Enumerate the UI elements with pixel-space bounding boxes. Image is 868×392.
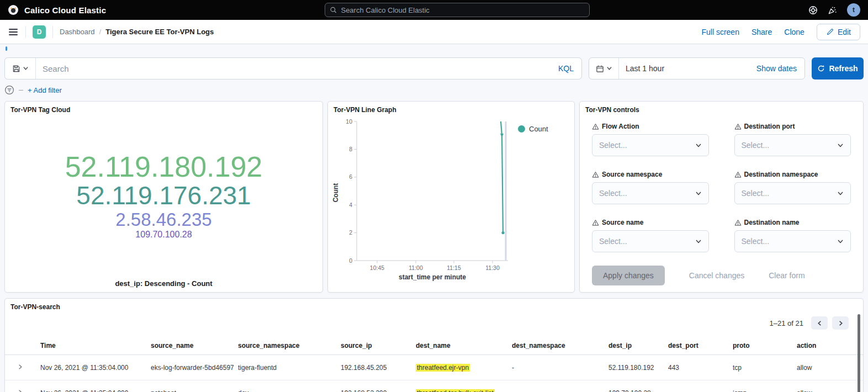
legend-label: Count: [529, 125, 548, 133]
panel-title: Tor-VPN Tag Cloud: [5, 102, 322, 116]
edit-label: Edit: [838, 28, 851, 36]
cell-time: Nov 26, 2021 @ 11:35:04.000: [36, 364, 146, 372]
column-header: dest_name: [411, 342, 507, 349]
tag-cloud: 52.119.180.192 52.119.176.231 2.58.46.23…: [5, 120, 322, 270]
tag-cloud-term[interactable]: 52.119.180.192: [65, 151, 263, 182]
legend-item-count[interactable]: Count: [518, 117, 563, 282]
refresh-icon: [817, 65, 825, 72]
breadcrumb-dashboard[interactable]: Dashboard: [60, 28, 95, 36]
control-select[interactable]: Select...: [592, 134, 709, 156]
clone-link[interactable]: Clone: [784, 28, 805, 36]
add-filter-link[interactable]: + Add filter: [28, 86, 62, 94]
control-field: Destination port Select...: [734, 123, 851, 156]
pagination-status: 1–21 of 21: [770, 319, 803, 327]
kql-toggle[interactable]: KQL: [551, 64, 581, 73]
control-field-label: Destination name: [734, 219, 851, 226]
newsfeed-icon[interactable]: [828, 6, 837, 15]
calico-logo: [8, 4, 19, 15]
filter-divider: [19, 90, 23, 91]
svg-text:0: 0: [349, 257, 352, 264]
tag-cloud-term[interactable]: 2.58.46.235: [115, 210, 211, 230]
chevron-down-icon: [837, 142, 844, 149]
calendar-icon: [596, 65, 604, 73]
filter-circle-icon[interactable]: [4, 85, 14, 95]
cell-action: allow: [792, 364, 863, 372]
cancel-changes-button[interactable]: Cancel changes: [689, 271, 744, 280]
cell-proto: tcp: [728, 364, 792, 372]
row-expander[interactable]: [5, 389, 36, 392]
row-expander[interactable]: [5, 364, 36, 372]
prev-page-button[interactable]: [811, 316, 828, 330]
edit-button[interactable]: Edit: [817, 24, 860, 40]
control-field-label: Destination namespace: [734, 171, 851, 178]
menu-icon[interactable]: [8, 27, 19, 38]
chevron-right-icon: [17, 364, 23, 370]
avatar[interactable]: t: [847, 3, 860, 17]
apply-changes-button[interactable]: Apply changes: [592, 266, 665, 285]
app-title: Calico Cloud Elastic: [24, 6, 106, 15]
query-input-wrap: KQL: [4, 57, 582, 80]
cell-dest-name: threatfeed.tor-bulk-exit-list: [411, 389, 507, 392]
control-select[interactable]: Select...: [734, 182, 851, 204]
control-field-label: Source namespace: [592, 171, 709, 178]
show-dates-link[interactable]: Show dates: [756, 64, 805, 73]
breadcrumb-current: Tigera Secure EE Tor-VPN Logs: [105, 28, 214, 36]
control-select[interactable]: Select...: [592, 230, 709, 252]
table-header-row: Timesource_namesource_namespacesource_ip…: [5, 336, 863, 355]
warning-icon: [734, 123, 742, 130]
panel-title: Tor-VPN Line Graph: [328, 102, 574, 116]
pencil-icon: [826, 28, 834, 36]
global-search-input[interactable]: [341, 6, 585, 14]
x-axis-label: start_time per minute: [399, 273, 466, 281]
column-header: source_ip: [336, 342, 411, 349]
dashboard-app-badge[interactable]: D: [33, 25, 46, 39]
control-select[interactable]: Select...: [592, 182, 709, 204]
chevron-down-icon: [695, 238, 702, 245]
column-header: source_namespace: [234, 342, 336, 349]
warning-icon: [592, 123, 599, 130]
cell-source-namespace: dev: [234, 389, 336, 392]
series-end-point: [501, 231, 504, 234]
svg-text:4: 4: [349, 202, 352, 208]
control-field-label: Source name: [592, 219, 709, 226]
control-field-label: Flow Action: [592, 123, 709, 130]
control-select[interactable]: Select...: [734, 230, 851, 252]
tag-cloud-term[interactable]: 52.119.176.231: [76, 182, 251, 210]
nav-bar: D Dashboard / Tigera Secure EE Tor-VPN L…: [0, 20, 868, 44]
chevron-down-icon: [837, 238, 844, 245]
cell-action: allow: [792, 389, 863, 392]
share-link[interactable]: Share: [751, 28, 772, 36]
svg-text:6: 6: [349, 173, 352, 180]
panel-title: Tor-VPN controls: [580, 102, 863, 116]
svg-text:2: 2: [349, 229, 352, 236]
control-field: Destination name Select...: [734, 219, 851, 252]
cell-source-ip: 192.168.52.200: [336, 389, 411, 392]
chevron-down-icon: [695, 190, 702, 197]
column-header: source_name: [146, 342, 234, 349]
time-picker: Last 1 hour Show dates: [589, 57, 805, 80]
help-icon[interactable]: [808, 6, 818, 15]
tag-cloud-panel: Tor-VPN Tag Cloud 52.119.180.192 52.119.…: [4, 101, 323, 293]
cell-time: Nov 26, 2021 @ 11:35:04.000: [36, 389, 146, 392]
next-page-button[interactable]: [832, 316, 849, 330]
cell-proto: icmp: [728, 389, 792, 392]
time-picker-menu[interactable]: [589, 58, 619, 79]
refresh-button[interactable]: Refresh: [812, 57, 864, 80]
table-scrollbar[interactable]: [858, 314, 860, 392]
count-series-line: [501, 121, 503, 233]
control-select[interactable]: Select...: [734, 134, 851, 156]
query-search-input[interactable]: [36, 64, 551, 73]
clear-form-button[interactable]: Clear form: [769, 271, 805, 280]
svg-text:11:30: 11:30: [485, 264, 500, 271]
svg-text:11:15: 11:15: [447, 264, 461, 271]
column-header: dest_namespace: [507, 342, 604, 349]
time-range-value[interactable]: Last 1 hour: [619, 64, 756, 73]
full-screen-link[interactable]: Full screen: [701, 28, 739, 36]
global-search[interactable]: [325, 3, 590, 17]
line-graph-panel: Tor-VPN Line Graph Count 10 8 6: [327, 101, 575, 293]
legend-swatch: [518, 125, 525, 133]
cell-dest-port: 443: [664, 364, 728, 372]
line-chart-svg: 10 8 6 4 2 0 10:45 11:00 11:15 11:30: [340, 117, 518, 282]
tag-cloud-term[interactable]: 109.70.100.28: [135, 230, 192, 239]
saved-query-menu[interactable]: [5, 58, 36, 79]
